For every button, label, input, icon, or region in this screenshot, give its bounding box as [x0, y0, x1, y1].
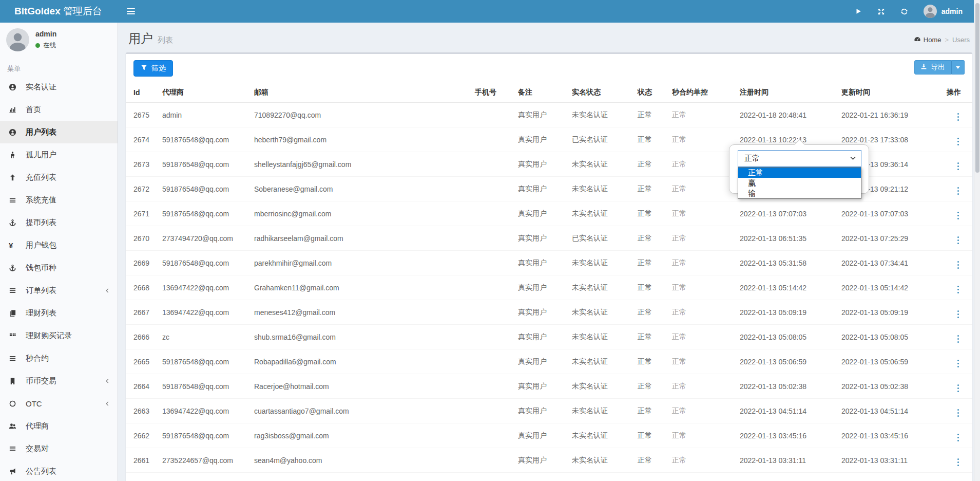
contract-control-cell[interactable]: 正常 [668, 201, 736, 226]
email-cell: heberth79@gmail.com [250, 127, 471, 152]
status-cell: 正常 [633, 177, 668, 201]
status-cell: 正常 [633, 201, 668, 226]
status-cell: 正常 [633, 152, 668, 177]
id-cell: 2671 [126, 201, 158, 226]
contract-control-cell[interactable]: 正常 [668, 349, 736, 374]
chevron-left-icon [104, 287, 110, 294]
contract-control-cell[interactable]: 正常 [668, 473, 736, 481]
row-actions-button[interactable] [955, 433, 962, 443]
filter-button[interactable]: 筛选 [133, 60, 173, 77]
kyc-status-cell: 未实名认证 [568, 349, 633, 374]
contract-control-cell[interactable]: 正常 [668, 127, 736, 152]
phone-cell [471, 399, 514, 423]
select-option[interactable]: 赢 [738, 178, 861, 188]
sidebar-item-币币交易[interactable]: 币币交易 [0, 369, 118, 392]
breadcrumb-separator: > [945, 36, 949, 44]
play-icon[interactable] [855, 8, 862, 15]
sidebar-item-钱包币种[interactable]: 钱包币种 [0, 256, 118, 279]
sidebar-item-订单列表[interactable]: 订单列表 [0, 279, 118, 302]
row-actions-button[interactable] [955, 260, 962, 270]
sidebar-item-OTC[interactable]: OTC [0, 392, 118, 415]
phone-cell [471, 177, 514, 201]
top-navbar: BitGoldex 管理后台 admin [0, 0, 980, 23]
sidebar-item-系统充值[interactable]: 系统充值 [0, 189, 118, 211]
row-actions-button[interactable] [955, 383, 962, 394]
table-row: 2665591876548@qq.comRobapadilla6@gmail.c… [126, 349, 972, 374]
grid-icon [9, 332, 21, 340]
page-scrollbar[interactable] [974, 0, 980, 481]
row-actions-button[interactable] [955, 334, 962, 344]
page-title: 用户列表 [128, 30, 173, 47]
status-cell: 正常 [633, 374, 668, 399]
circle-icon [9, 400, 21, 408]
contract-control-cell[interactable]: 正常 [668, 177, 736, 201]
sidebar-item-用户列表[interactable]: 用户列表 [0, 121, 118, 143]
row-actions-button[interactable] [955, 211, 962, 221]
updated-at-cell: 2022-01-21 16:36:19 [837, 103, 928, 127]
updated-at-cell: 2022-01-13 05:09:19 [837, 300, 928, 325]
sidebar-item-提币列表[interactable]: 提币列表 [0, 211, 118, 234]
sidebar-item-交易对[interactable]: 交易对 [0, 437, 118, 460]
remark-cell: 真实用户 [514, 127, 568, 152]
sidebar-item-用户钱包[interactable]: ¥用户钱包 [0, 234, 118, 256]
contract-control-cell[interactable]: 正常 [668, 423, 736, 448]
refresh-icon[interactable] [900, 8, 908, 15]
table-row: 2668136947422@qq.comGrahamken11@gmail.co… [126, 275, 972, 300]
updated-at-cell: 2022-01-13 05:02:38 [837, 374, 928, 399]
row-actions-button[interactable] [955, 457, 962, 468]
fullscreen-icon[interactable] [877, 8, 885, 15]
actions-cell [928, 399, 972, 423]
sidebar-item-充值列表[interactable]: 充值列表 [0, 166, 118, 189]
scrollbar-thumb[interactable] [975, 3, 979, 173]
sidebar-item-理财列表[interactable]: 理财列表 [0, 302, 118, 324]
row-actions-button[interactable] [955, 359, 962, 369]
kyc-status-cell: 未实名认证 [568, 325, 633, 349]
contract-control-cell[interactable]: 正常 [668, 325, 736, 349]
contract-control-cell[interactable]: 正常 [668, 226, 736, 251]
sidebar-item-实名认证[interactable]: 实名认证 [0, 76, 118, 98]
contract-control-cell[interactable]: 正常 [668, 448, 736, 473]
row-actions-button[interactable] [955, 137, 962, 147]
sidebar-item-首页[interactable]: 首页 [0, 98, 118, 121]
row-actions-button[interactable] [955, 161, 962, 172]
sidebar-toggle-icon[interactable] [127, 8, 135, 14]
id-cell: 2672 [126, 177, 158, 201]
created-at-cell: 2022-01-13 05:02:38 [736, 374, 837, 399]
contract-control-select[interactable]: 正常 [738, 150, 861, 167]
sidebar-item-label: 系统充值 [26, 195, 56, 205]
contract-control-cell[interactable]: 正常 [668, 399, 736, 423]
sidebar-item-label: 实名认证 [26, 82, 56, 92]
brand-logo[interactable]: BitGoldex 管理后台 [0, 5, 118, 18]
contract-control-cell[interactable]: 正常 [668, 251, 736, 275]
phone-cell [471, 201, 514, 226]
remark-cell: 真实用户 [514, 325, 568, 349]
contract-control-cell[interactable]: 正常 [668, 103, 736, 127]
navbar-user-menu[interactable]: admin [924, 5, 963, 18]
select-option[interactable]: 输 [738, 188, 861, 198]
sidebar-item-孤儿用户[interactable]: 孤儿用户 [0, 143, 118, 166]
status-cell: 正常 [633, 300, 668, 325]
sidebar-item-公告列表[interactable]: 公告列表 [0, 460, 118, 481]
contract-control-cell[interactable]: 正常 [668, 152, 736, 177]
updated-at-cell: 2022-01-13 05:14:42 [837, 275, 928, 300]
select-option[interactable]: 正常 [738, 168, 861, 178]
breadcrumb-home-link[interactable]: Home [914, 35, 941, 44]
export-dropdown-button[interactable] [951, 60, 965, 75]
contract-control-cell[interactable]: 正常 [668, 275, 736, 300]
column-header: 注册时间 [736, 83, 837, 103]
contract-control-cell[interactable]: 正常 [668, 300, 736, 325]
sidebar-item-理财购买记录[interactable]: 理财购买记录 [0, 324, 118, 347]
row-actions-button[interactable] [955, 235, 962, 246]
row-actions-button[interactable] [955, 408, 962, 418]
table-row: 2675admin710892270@qq.com真实用户未实名认证正常正常20… [126, 103, 972, 127]
sidebar-item-秒合约[interactable]: 秒合约 [0, 347, 118, 369]
chevron-left-icon [104, 378, 110, 384]
row-actions-button[interactable] [955, 309, 962, 320]
row-actions-button[interactable] [955, 285, 962, 295]
row-actions-button[interactable] [955, 186, 962, 196]
avatar [6, 28, 29, 51]
row-actions-button[interactable] [955, 112, 962, 122]
sidebar-item-代理商[interactable]: 代理商 [0, 415, 118, 437]
export-button[interactable]: 导出 [914, 60, 951, 75]
contract-control-cell[interactable]: 正常 [668, 374, 736, 399]
